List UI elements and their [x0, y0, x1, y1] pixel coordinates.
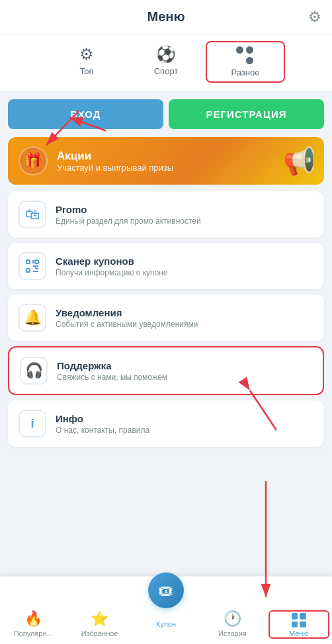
gear-tab-icon: ⚙	[79, 45, 94, 64]
menu-item-support[interactable]: 🎧 Поддержка Свяжись с нами, мы поможем	[8, 346, 324, 395]
nav-favorites-label: Избранное	[81, 629, 118, 637]
notifications-menu-icon: 🔔	[19, 304, 46, 332]
popular-icon: 🔥	[24, 610, 42, 627]
bottom-navigation: 🔥 Популярн... ⭐ Избранное 🎟 Купон 🕐 Исто…	[0, 576, 332, 644]
notifications-menu-subtitle: События с активными уведомлениями	[56, 320, 198, 329]
menu-item-info[interactable]: i Инфо О нас, контакты, правила	[8, 400, 324, 447]
nav-history-label: История	[218, 629, 247, 637]
promo-decoration-icon: 📢	[283, 146, 316, 177]
menu-list: 🛍 Promo Единый раздел для промо активнос…	[0, 191, 332, 447]
nav-popular-label: Популярн...	[14, 629, 53, 637]
promo-section: 🎁 Акции Участвуй и выигрывай призы 📢	[0, 137, 332, 185]
menu-item-notifications[interactable]: 🔔 Уведомления События с активными уведом…	[8, 295, 324, 341]
nav-popular[interactable]: 🔥 Популярн...	[0, 610, 66, 637]
nav-history[interactable]: 🕐 История	[199, 610, 265, 637]
support-menu-subtitle: Свяжись с нами, мы поможем	[57, 373, 167, 382]
promo-menu-title: Promo	[56, 204, 201, 215]
history-icon: 🕐	[224, 610, 241, 627]
coupon-icon: 🎟	[158, 581, 174, 600]
tab-top-label: Топ	[79, 66, 93, 76]
page-title: Меню	[147, 9, 185, 24]
scanner-menu-text: Сканер купонов Получи информацию о купон…	[56, 255, 168, 277]
promo-text: Акции Участвуй и выигрывай призы	[57, 150, 173, 173]
nav-menu[interactable]: Меню	[266, 613, 332, 637]
coupon-center-button[interactable]: 🎟	[148, 573, 184, 608]
tab-top[interactable]: ⚙ Топ	[47, 41, 126, 83]
support-menu-title: Поддержка	[57, 360, 167, 371]
promo-title: Акции	[57, 150, 173, 163]
promo-subtitle: Участвуй и выигрывай призы	[57, 163, 173, 173]
menu-grid-icon	[292, 613, 306, 627]
info-menu-text: Инфо О нас, контакты, правила	[56, 413, 149, 435]
info-menu-icon: i	[19, 410, 46, 437]
scanner-menu-subtitle: Получи информацию о купоне	[56, 268, 168, 277]
promo-icon: 🎁	[19, 146, 48, 175]
support-menu-icon: 🎧	[20, 357, 48, 385]
notifications-menu-title: Уведомления	[56, 307, 198, 318]
promo-banner[interactable]: 🎁 Акции Участвуй и выигрывай призы 📢	[8, 137, 324, 185]
login-button[interactable]: ВХОД	[8, 99, 163, 129]
support-menu-text: Поддержка Свяжись с нами, мы поможем	[57, 360, 167, 382]
gear-icon[interactable]: ⚙	[308, 9, 321, 26]
nav-coupon[interactable]: 🎟 Купон	[133, 573, 199, 628]
menu-item-promo[interactable]: 🛍 Promo Единый раздел для промо активнос…	[8, 191, 324, 238]
svg-rect-6	[26, 269, 30, 272]
info-menu-subtitle: О нас, контакты, правила	[56, 426, 149, 435]
register-button[interactable]: РЕГИСТРАЦИЯ	[169, 99, 324, 129]
nav-menu-label: Меню	[289, 629, 309, 637]
dots-tab-icon	[236, 46, 255, 65]
scanner-menu-title: Сканер купонов	[56, 255, 168, 267]
tab-misc-label: Разное	[231, 68, 260, 77]
nav-coupon-label: Купон	[156, 620, 176, 628]
app-wrapper: Меню ⚙ ⚙ Топ ⚽ Спорт Разное ВХОД РЕГИСТР…	[0, 0, 332, 500]
promo-menu-text: Promo Единый раздел для промо активносте…	[56, 204, 201, 226]
svg-rect-4	[26, 260, 30, 263]
tab-sport-label: Спорт	[154, 66, 179, 76]
ball-tab-icon: ⚽	[156, 45, 176, 64]
promo-menu-icon: 🛍	[19, 201, 46, 228]
svg-rect-5	[35, 260, 38, 263]
nav-favorites[interactable]: ⭐ Избранное	[66, 610, 132, 637]
header: Меню ⚙	[0, 0, 332, 34]
spacer	[0, 447, 332, 500]
promo-menu-subtitle: Единый раздел для промо активностей	[56, 216, 201, 226]
tab-navigation: ⚙ Топ ⚽ Спорт Разное	[0, 34, 332, 91]
notifications-menu-text: Уведомления События с активными уведомле…	[56, 307, 198, 329]
favorites-icon: ⭐	[91, 610, 108, 627]
scanner-menu-icon	[19, 252, 46, 280]
menu-item-scanner[interactable]: Сканер купонов Получи информацию о купон…	[8, 243, 324, 289]
tab-misc[interactable]: Разное	[206, 41, 285, 83]
info-menu-title: Инфо	[56, 413, 149, 424]
auth-section: ВХОД РЕГИСТРАЦИЯ	[0, 91, 332, 137]
tab-sport[interactable]: ⚽ Спорт	[126, 41, 206, 83]
